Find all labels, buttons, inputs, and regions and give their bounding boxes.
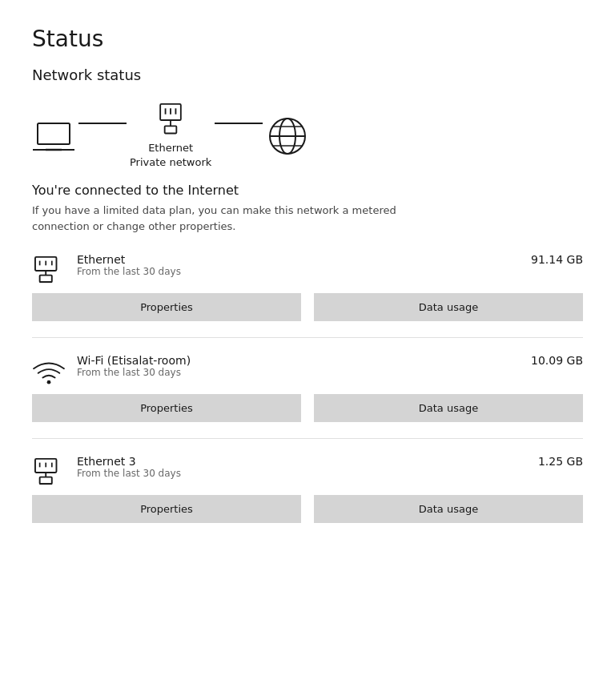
data-usage-button[interactable]: Data usage: [314, 495, 583, 523]
ethernet-icon: [149, 103, 192, 138]
globe-icon-container: [266, 119, 309, 154]
ethernet-icon: [32, 457, 66, 487]
laptop-icon: [32, 119, 75, 154]
globe-icon: [266, 119, 309, 154]
ethernet-label: Ethernet Private network: [130, 141, 211, 170]
network-data-usage-value: 91.14 GB: [531, 253, 583, 266]
network-text: Wi-Fi (Etisalat-room) From the last 30 d…: [77, 354, 191, 378]
divider: [32, 337, 583, 338]
data-usage-button[interactable]: Data usage: [314, 293, 583, 321]
network-info-left: Wi-Fi (Etisalat-room) From the last 30 d…: [32, 354, 191, 386]
network-sub: From the last 30 days: [77, 367, 191, 378]
button-row: Properties Data usage: [32, 293, 583, 321]
network-name: Wi-Fi (Etisalat-room): [77, 354, 191, 367]
button-row: Properties Data usage: [32, 394, 583, 422]
svg-rect-5: [165, 126, 177, 133]
network-item: Ethernet 3 From the last 30 days 1.25 GB…: [32, 455, 583, 523]
network-text: Ethernet From the last 30 days: [77, 253, 181, 277]
divider: [32, 438, 583, 439]
wifi-icon: [32, 356, 66, 386]
line-2: [215, 123, 263, 124]
button-row: Properties Data usage: [32, 495, 583, 523]
network-info-row: Wi-Fi (Etisalat-room) From the last 30 d…: [32, 354, 583, 386]
network-sub: From the last 30 days: [77, 468, 181, 479]
network-info-row: Ethernet From the last 30 days 91.14 GB: [32, 253, 583, 285]
connection-description: If you have a limited data plan, you can…: [32, 203, 432, 234]
network-data-usage-value: 1.25 GB: [538, 455, 583, 468]
network-item: Wi-Fi (Etisalat-room) From the last 30 d…: [32, 354, 583, 422]
network-info-left: Ethernet 3 From the last 30 days: [32, 455, 181, 487]
network-diagram: Ethernet Private network: [32, 103, 583, 170]
network-name: Ethernet 3: [77, 455, 181, 468]
network-list: Ethernet From the last 30 days 91.14 GB …: [32, 253, 583, 523]
network-text: Ethernet 3 From the last 30 days: [77, 455, 181, 479]
ethernet-icon: [32, 255, 66, 285]
network-item: Ethernet From the last 30 days 91.14 GB …: [32, 253, 583, 321]
network-data-usage-value: 10.09 GB: [531, 354, 583, 367]
svg-rect-24: [40, 477, 52, 485]
network-info-left: Ethernet From the last 30 days: [32, 253, 181, 285]
connection-status: You're connected to the Internet: [32, 183, 583, 198]
data-usage-button[interactable]: Data usage: [314, 394, 583, 422]
network-info-row: Ethernet 3 From the last 30 days 1.25 GB: [32, 455, 583, 487]
page-title: Status: [32, 26, 583, 52]
properties-button[interactable]: Properties: [32, 495, 301, 523]
svg-rect-0: [38, 123, 70, 144]
section-title: Network status: [32, 66, 583, 83]
ethernet-icon-container: Ethernet Private network: [130, 103, 211, 170]
properties-button[interactable]: Properties: [32, 293, 301, 321]
laptop-icon-container: [32, 119, 75, 154]
network-name: Ethernet: [77, 253, 181, 266]
line-1: [78, 123, 127, 124]
network-sub: From the last 30 days: [77, 266, 181, 277]
svg-rect-16: [40, 276, 52, 283]
properties-button[interactable]: Properties: [32, 394, 301, 422]
svg-point-21: [47, 380, 51, 384]
